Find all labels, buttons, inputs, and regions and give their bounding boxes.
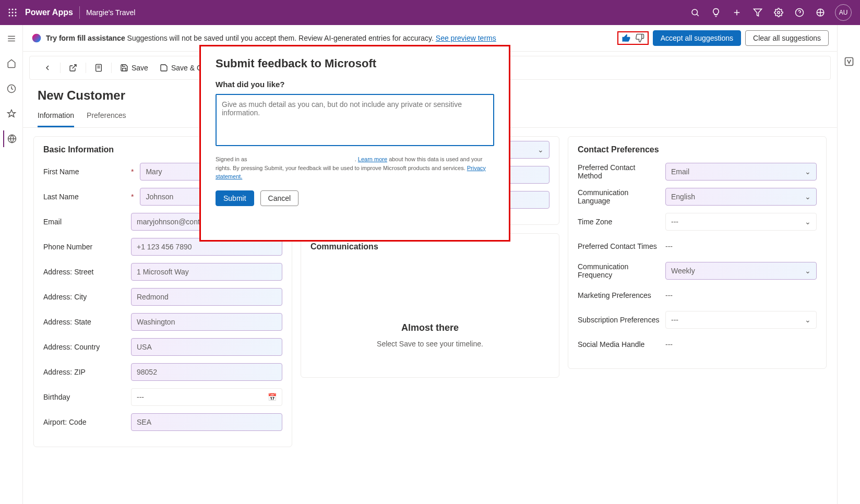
svg-point-3 bbox=[9, 12, 10, 14]
user-avatar[interactable]: AU bbox=[835, 4, 852, 21]
cp-times-value: --- bbox=[665, 238, 673, 255]
street-label: Address: Street bbox=[43, 268, 127, 276]
svg-line-25 bbox=[73, 65, 76, 68]
section-heading: Contact Preferences bbox=[578, 145, 817, 154]
banner-description: Suggestions will not be saved until you … bbox=[125, 34, 436, 42]
modal-question: What did you like? bbox=[216, 80, 494, 89]
chevron-down-icon: ⌄ bbox=[805, 193, 811, 201]
filter-icon[interactable] bbox=[747, 0, 768, 25]
birthday-field[interactable]: ---📅 bbox=[131, 388, 282, 406]
submit-button[interactable]: Submit bbox=[216, 190, 254, 206]
svg-point-14 bbox=[778, 11, 780, 14]
cp-times-label: Preferred Contact Times bbox=[578, 242, 661, 250]
feedback-textarea[interactable] bbox=[216, 94, 494, 146]
chevron-down-icon: ⌄ bbox=[538, 146, 544, 154]
first-name-label: First Name bbox=[43, 167, 127, 176]
email-label: Email bbox=[43, 218, 127, 226]
thumbs-down-icon[interactable] bbox=[635, 33, 644, 43]
top-navigation-bar: Power Apps Margie's Travel AU bbox=[0, 0, 860, 25]
feedback-thumbs-highlight bbox=[617, 31, 649, 45]
state-label: Address: State bbox=[43, 318, 127, 326]
divider bbox=[79, 6, 80, 19]
home-icon[interactable] bbox=[3, 55, 20, 72]
modal-title: Submit feedback to Microsoft bbox=[216, 57, 494, 70]
save-button[interactable]: Save bbox=[115, 61, 153, 75]
clear-all-button[interactable]: Clear all suggestions bbox=[745, 30, 829, 46]
app-name: Power Apps bbox=[25, 8, 73, 17]
svg-point-1 bbox=[12, 9, 14, 10]
share-icon[interactable] bbox=[810, 0, 831, 25]
cp-timezone-select[interactable]: ---⌄ bbox=[665, 213, 817, 231]
country-field[interactable]: USA bbox=[131, 338, 282, 356]
phone-label: Phone Number bbox=[43, 243, 127, 251]
svg-point-0 bbox=[9, 9, 10, 10]
cp-language-select[interactable]: English⌄ bbox=[665, 188, 817, 206]
cp-marketing-value: --- bbox=[665, 287, 673, 304]
state-field[interactable]: Washington bbox=[131, 313, 282, 331]
placeholder-title: Almost there bbox=[321, 322, 539, 333]
communications-section: Communications Almost there Select Save … bbox=[301, 233, 559, 378]
cp-social-value: --- bbox=[665, 336, 673, 353]
accept-all-button[interactable]: Accept all suggestions bbox=[653, 30, 741, 46]
cp-subscription-select[interactable]: ---⌄ bbox=[665, 311, 817, 329]
svg-point-9 bbox=[692, 9, 698, 15]
thumbs-up-icon[interactable] bbox=[622, 33, 631, 43]
banner-title: Try form fill assistance bbox=[46, 34, 125, 42]
airport-field[interactable]: SEA bbox=[131, 413, 282, 431]
svg-marker-13 bbox=[754, 9, 762, 16]
hamburger-icon[interactable] bbox=[3, 30, 20, 47]
lightbulb-icon[interactable] bbox=[706, 0, 726, 25]
pinned-icon[interactable] bbox=[3, 105, 20, 122]
svg-point-2 bbox=[15, 9, 17, 10]
tab-information[interactable]: Information bbox=[38, 111, 74, 127]
right-rail bbox=[837, 25, 860, 504]
airport-label: Airport: Code bbox=[43, 418, 127, 426]
svg-point-24 bbox=[32, 34, 41, 43]
cp-frequency-label: Communication Frequency bbox=[578, 262, 661, 279]
chevron-down-icon: ⌄ bbox=[805, 167, 811, 176]
street-field[interactable]: 1 Microsoft Way bbox=[131, 263, 282, 281]
calendar-icon: 📅 bbox=[268, 393, 277, 401]
country-label: Address: Country bbox=[43, 343, 127, 351]
app-launcher-icon[interactable] bbox=[4, 4, 21, 21]
tab-preferences[interactable]: Preferences bbox=[87, 111, 126, 127]
cp-method-label: Preferred Contact Method bbox=[578, 163, 661, 180]
cp-frequency-select[interactable]: Weekly⌄ bbox=[665, 262, 817, 280]
feedback-modal-highlight: Submit feedback to Microsoft What did yo… bbox=[199, 45, 510, 242]
placeholder-text: Select Save to see your timeline. bbox=[321, 340, 539, 348]
zip-label: Address: ZIP bbox=[43, 368, 127, 376]
city-label: Address: City bbox=[43, 293, 127, 301]
feedback-modal: Submit feedback to Microsoft What did yo… bbox=[201, 46, 509, 217]
city-field[interactable]: Redmond bbox=[131, 288, 282, 306]
help-icon[interactable] bbox=[789, 0, 810, 25]
copilot-side-icon[interactable] bbox=[844, 56, 854, 67]
environment-name: Margie's Travel bbox=[86, 8, 135, 17]
chevron-down-icon: ⌄ bbox=[805, 267, 811, 275]
contact-preferences-section: Contact Preferences Preferred Contact Me… bbox=[568, 136, 827, 369]
open-record-button[interactable] bbox=[64, 61, 82, 75]
copilot-icon bbox=[31, 33, 42, 43]
form-button[interactable] bbox=[89, 61, 108, 75]
zip-field[interactable]: 98052 bbox=[131, 363, 282, 381]
chevron-down-icon: ⌄ bbox=[805, 218, 811, 226]
cp-subscription-label: Subscription Preferences bbox=[578, 316, 661, 324]
svg-rect-29 bbox=[845, 58, 853, 66]
cancel-button[interactable]: Cancel bbox=[260, 190, 299, 206]
preview-terms-link[interactable]: See preview terms bbox=[436, 34, 496, 42]
recent-icon[interactable] bbox=[3, 80, 20, 97]
back-button[interactable] bbox=[38, 61, 57, 75]
cp-social-label: Social Media Handle bbox=[578, 340, 661, 349]
svg-line-10 bbox=[697, 14, 699, 16]
svg-point-8 bbox=[15, 15, 17, 17]
cp-marketing-label: Marketing Preferences bbox=[578, 291, 661, 299]
modal-fineprint: Signed in as . Learn more about how this… bbox=[216, 155, 494, 181]
cp-method-select[interactable]: Email⌄ bbox=[665, 163, 817, 181]
svg-point-4 bbox=[12, 12, 14, 14]
globe-icon[interactable] bbox=[3, 130, 20, 147]
search-icon[interactable] bbox=[685, 0, 706, 25]
svg-point-6 bbox=[9, 15, 10, 17]
learn-more-link[interactable]: Learn more bbox=[358, 156, 387, 162]
plus-icon[interactable] bbox=[726, 0, 747, 25]
svg-point-5 bbox=[15, 12, 17, 14]
gear-icon[interactable] bbox=[768, 0, 789, 25]
